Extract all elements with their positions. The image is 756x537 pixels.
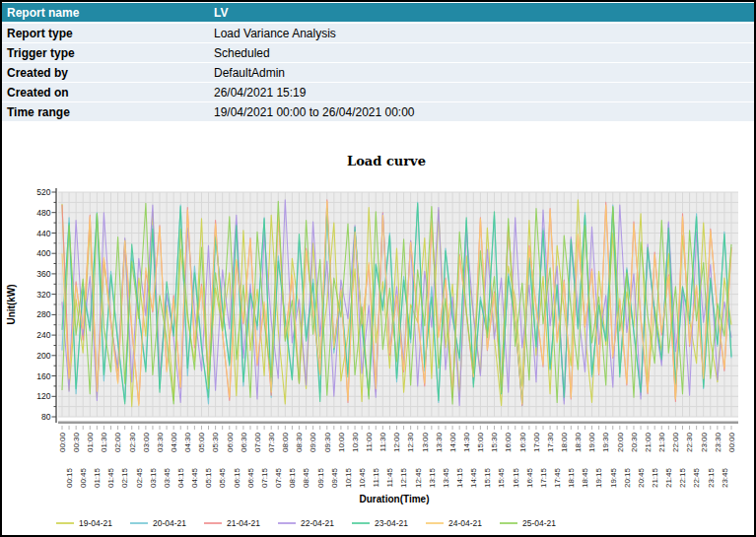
time-range-value: 19/04/2021 00:00 to 26/04/2021 00:00 <box>209 102 754 122</box>
x-tick-label: 10:30 <box>351 432 360 452</box>
x-tick-label: 17:15 <box>539 467 548 488</box>
x-tick-label: 20:15 <box>623 467 632 488</box>
table-row: Time range 19/04/2021 00:00 to 26/04/202… <box>2 102 754 122</box>
x-tick-label: 02:00 <box>113 432 122 452</box>
x-tick-label: 11:15 <box>372 467 380 487</box>
table-row: Created by DefaultAdmin <box>2 63 754 83</box>
x-tick-label: 15:30 <box>490 432 499 452</box>
x-tick-label: 22:00 <box>671 432 680 452</box>
y-tick-label: 280 <box>36 309 50 319</box>
table-row: Report type Load Variance Analysis <box>2 23 754 43</box>
x-tick-label: 12:00 <box>392 432 401 452</box>
x-tick-label: 19:15 <box>594 467 603 488</box>
x-tick-label: 00:00 <box>58 432 67 452</box>
x-tick-label: 07:45 <box>274 467 283 488</box>
x-tick-label: 11:45 <box>385 467 394 487</box>
x-tick-label: 19:00 <box>587 432 596 452</box>
x-tick-label: 14:00 <box>448 432 457 452</box>
x-tick-label: 13:15 <box>428 467 437 488</box>
x-tick-label: 05:15 <box>204 467 213 488</box>
y-tick-label: 480 <box>36 208 50 218</box>
table-row: Created on 26/04/2021 15:19 <box>2 83 754 102</box>
x-tick-label: 02:45 <box>135 467 144 488</box>
created-on-label: Created on <box>2 83 209 102</box>
x-tick-label: 00:45 <box>79 467 88 488</box>
report-page: Report name LV Report type Load Variance… <box>0 0 756 537</box>
x-tick-label: 06:15 <box>233 467 241 488</box>
x-tick-label: 17:45 <box>553 467 562 488</box>
x-tick-label: 02:15 <box>120 467 129 488</box>
x-tick-label: 07:00 <box>253 432 262 452</box>
x-tick-label: 18:45 <box>581 467 589 488</box>
x-tick-label: 14:30 <box>462 432 471 452</box>
x-tick-label: 03:00 <box>142 432 151 452</box>
x-tick-label: 21:00 <box>644 432 653 452</box>
x-tick-label: 15:15 <box>483 467 492 488</box>
report-name-value: LV <box>209 3 754 23</box>
x-tick-label: 08:00 <box>281 432 290 452</box>
y-tick-label: 240 <box>36 330 50 340</box>
y-tick-label: 360 <box>36 269 50 279</box>
x-tick-label: 19:30 <box>601 432 610 452</box>
y-tick-label: 200 <box>36 351 50 361</box>
created-by-label: Created by <box>2 63 209 83</box>
x-tick-label: 22:30 <box>685 432 694 452</box>
x-tick-label: 05:45 <box>218 467 227 488</box>
x-tick-label: 09:00 <box>309 432 317 452</box>
x-tick-label: 12:45 <box>414 467 423 488</box>
x-tick-label: 03:30 <box>156 432 165 452</box>
x-tick-label: 21:15 <box>651 467 659 488</box>
x-tick-label: 01:45 <box>106 467 115 488</box>
x-tick-label: 22:15 <box>678 467 687 488</box>
x-axis <box>58 422 738 425</box>
y-tick-label: 520 <box>36 187 50 197</box>
y-tick-label: 400 <box>36 248 50 258</box>
x-tick-label: 14:45 <box>469 467 478 488</box>
legend-label-21-04-21: 21-04-21 <box>227 518 260 528</box>
x-tick-label: 16:45 <box>525 467 534 488</box>
x-tick-label: 05:00 <box>197 432 206 452</box>
report-name-label: Report name <box>2 3 209 23</box>
y-axis-title: Unit(kW) <box>6 284 17 324</box>
x-tick-label: 07:15 <box>260 467 269 488</box>
load-curve-chart: Load curve801201602002402803203604004404… <box>2 142 754 537</box>
x-tick-label: 17:30 <box>546 432 555 452</box>
x-tick-label: 01:30 <box>100 432 108 452</box>
x-tick-label: 12:15 <box>399 467 408 488</box>
created-by-value: DefaultAdmin <box>209 63 754 83</box>
x-tick-label: 14:15 <box>455 467 464 488</box>
x-tick-label: 22:45 <box>692 467 701 488</box>
x-tick-label: 09:15 <box>316 467 325 488</box>
y-tick-label: 320 <box>36 290 50 300</box>
created-on-value: 26/04/2021 15:19 <box>209 83 754 102</box>
report-table: Report name LV Report type Load Variance… <box>2 3 754 122</box>
x-tick-label: 00:30 <box>72 432 81 452</box>
x-tick-label: 08:45 <box>302 467 310 488</box>
report-header-row: Report name LV <box>2 3 754 23</box>
x-tick-label: 17:00 <box>532 432 541 452</box>
x-tick-label: 03:45 <box>163 467 172 488</box>
x-tick-label: 11:00 <box>365 432 374 451</box>
x-tick-label: 20:30 <box>630 432 639 452</box>
x-tick-label: 09:45 <box>330 467 339 488</box>
x-tick-label: 04:30 <box>183 432 192 452</box>
legend-label-23-04-21: 23-04-21 <box>375 518 408 528</box>
x-tick-label: 19:45 <box>609 467 618 488</box>
x-tick-label: 10:00 <box>337 432 346 452</box>
x-tick-label: 13:00 <box>421 432 430 452</box>
x-tick-label: 07:30 <box>267 432 276 452</box>
x-tick-label: 10:45 <box>358 467 367 488</box>
legend-label-24-04-21: 24-04-21 <box>448 518 482 528</box>
x-tick-label: 04:00 <box>170 432 178 452</box>
report-type-label: Report type <box>2 23 209 43</box>
time-range-label: Time range <box>2 102 209 122</box>
report-type-value: Load Variance Analysis <box>209 23 754 43</box>
x-tick-label: 15:45 <box>497 467 506 488</box>
x-tick-label: 01:00 <box>86 432 95 452</box>
x-tick-label: 23:00 <box>700 432 709 452</box>
x-tick-label: 16:00 <box>504 432 513 452</box>
x-tick-label: 23:45 <box>721 467 729 488</box>
x-axis-title: Duration(Time) <box>360 494 430 504</box>
x-tick-label: 10:15 <box>344 467 353 488</box>
chart-title: Load curve <box>347 154 426 168</box>
